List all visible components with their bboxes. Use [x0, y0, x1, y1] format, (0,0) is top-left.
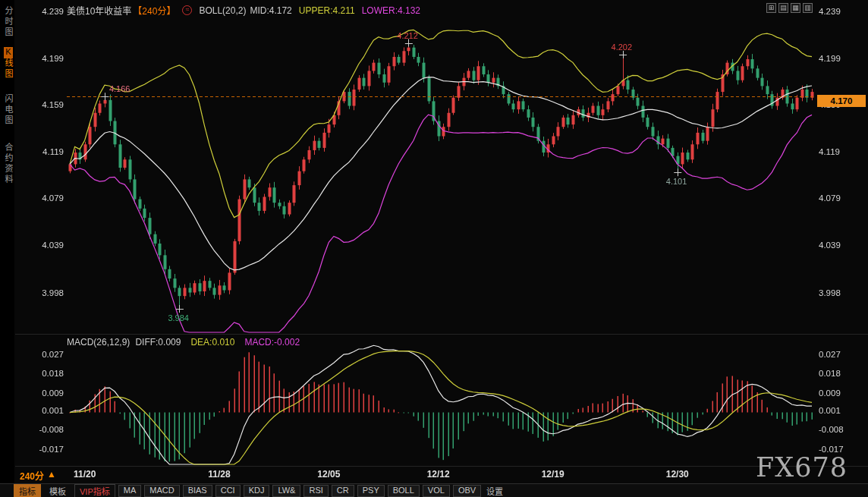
bottom-toolbar: 指标 模板 VIP指标 MAMACDBIASCCIKDJLW&RSICRPSYB… — [0, 483, 868, 497]
indicator-button-macd[interactable]: MACD — [144, 485, 179, 497]
boll-upper-value: UPPER:4.211 — [299, 5, 355, 16]
y-axis-tick: 4.239 — [26, 7, 64, 16]
x-axis-label: 12/12 — [422, 469, 455, 480]
y-axis-tick: 4.119 — [26, 147, 64, 156]
y-axis-tick: 4.079 — [26, 193, 64, 203]
x-axis-label: 12/30 — [661, 469, 694, 480]
instrument-title: 美债10年收益率 — [67, 4, 131, 17]
y-axis-tick: 0.009 — [819, 388, 841, 398]
y-axis-tick: 4.039 — [819, 241, 841, 250]
timeframe-indicator[interactable]: 240分 ▲ — [20, 469, 56, 482]
indicator-buttons: MAMACDBIASCCIKDJLW&RSICRPSYBOLLVOLOBV — [118, 485, 481, 497]
layout-icon-3[interactable]: ▦ — [791, 3, 800, 13]
indicator-button-vol[interactable]: VOL — [423, 485, 450, 497]
y-axis-tick: 4.199 — [26, 54, 64, 63]
y-axis-tick: 0.018 — [819, 369, 841, 378]
x-axis-label: 11/28 — [203, 469, 236, 480]
y-axis-tick: -0.008 — [26, 425, 64, 434]
sidebar-item-contract-info[interactable]: 合约资料 — [2, 143, 14, 185]
y-axis-tick: 3.998 — [26, 288, 64, 297]
price-annotation: 4.202 — [612, 42, 633, 52]
chart-header: 美债10年收益率 【240分】 ≈ BOLL(20,2) MID:4.172 U… — [67, 4, 420, 17]
current-price-box: 4.170 — [817, 95, 866, 107]
y-axis-tick: 4.119 — [819, 147, 840, 156]
macd-header: MACD(26,12,9) DIFF:0.009 DEA:0.010 MACD:… — [67, 337, 300, 348]
y-axis-tick: 0.009 — [26, 388, 64, 398]
indicator-button-kdj[interactable]: KDJ — [244, 485, 270, 497]
settings-button[interactable]: 设置 — [486, 485, 503, 497]
boll-params: BOLL(20,2) — [199, 5, 246, 16]
y-axis-tick: 0.027 — [819, 350, 841, 359]
timeframe-label[interactable]: 【240分】 — [133, 4, 175, 17]
tab-vip-indicators[interactable]: VIP指标 — [74, 484, 115, 497]
layout-icon-2[interactable]: ▤ — [778, 3, 788, 13]
indicator-button-rsi[interactable]: RSI — [303, 485, 328, 497]
chart-type-sidebar: 分时图 K线图 闪电图 合约资料 — [0, 0, 14, 497]
watermark: FX678 — [756, 452, 848, 483]
y-axis-tick: 4.079 — [819, 193, 841, 203]
indicator-badge-icon: ≈ — [182, 5, 192, 15]
macd-params: MACD(26,12,9) — [67, 337, 130, 348]
x-axis-label: 12/19 — [536, 469, 570, 480]
tab-indicators[interactable]: 指标 — [14, 484, 41, 497]
boll-lower-value: LOWER:4.132 — [362, 5, 420, 16]
indicator-button-bias[interactable]: BIAS — [183, 485, 212, 497]
indicator-button-ma[interactable]: MA — [118, 485, 142, 497]
y-axis-tick: 0.018 — [26, 369, 64, 378]
layout-icon-1[interactable]: ⊞ — [766, 3, 776, 13]
macd-diff-value: DIFF:0.009 — [135, 337, 181, 348]
price-annotation: 3.984 — [168, 313, 189, 322]
indicator-button-lw[interactable]: LW& — [272, 485, 300, 497]
boll-mid-value: MID:4.172 — [250, 5, 291, 16]
x-axis-label: 12/05 — [312, 469, 345, 480]
indicator-button-cr[interactable]: CR — [332, 485, 354, 497]
sidebar-item-flash-chart[interactable]: 闪电图 — [2, 94, 14, 126]
y-axis-tick: 4.239 — [819, 7, 841, 16]
price-annotation: 4.101 — [666, 177, 687, 186]
y-axis-tick: 0.001 — [26, 406, 64, 415]
sidebar-item-timeshare[interactable]: 分时图 — [2, 6, 14, 38]
window-controls: ⊞ ▤ ▦ ▥ — [766, 3, 813, 13]
y-axis-tick: 4.039 — [26, 241, 64, 250]
y-axis-tick: 4.199 — [819, 54, 841, 63]
y-axis-tick: 0.027 — [26, 350, 64, 359]
y-axis-tick: 4.159 — [26, 100, 64, 109]
layout-icon-4[interactable]: ▥ — [803, 3, 813, 13]
indicator-button-psy[interactable]: PSY — [357, 485, 385, 497]
indicator-button-obv[interactable]: OBV — [453, 485, 481, 497]
sidebar-item-kline[interactable]: K线图 — [2, 47, 14, 80]
x-axis-label: 11/20 — [68, 469, 102, 480]
y-axis-tick: 0.001 — [819, 406, 841, 415]
indicator-button-cci[interactable]: CCI — [215, 485, 241, 497]
price-annotation: 4.166 — [109, 84, 131, 93]
macd-dea-value: DEA:0.010 — [190, 337, 234, 348]
arrow-up-icon: ▲ — [47, 469, 56, 482]
timeframe-text: 240分 — [20, 469, 44, 482]
macd-value: MACD:-0.002 — [244, 337, 300, 348]
chart-canvas[interactable] — [0, 0, 868, 497]
trading-app-window: 分时图 K线图 闪电图 合约资料 美债10年收益率 【240分】 ≈ BOLL(… — [0, 0, 868, 497]
y-axis-tick: -0.008 — [819, 425, 844, 434]
price-annotation: 4.212 — [397, 31, 418, 40]
y-axis-tick: -0.017 — [26, 445, 64, 454]
indicator-button-boll[interactable]: BOLL — [388, 485, 420, 497]
y-axis-tick: 3.998 — [819, 288, 841, 297]
tab-templates[interactable]: 模板 — [44, 484, 71, 497]
